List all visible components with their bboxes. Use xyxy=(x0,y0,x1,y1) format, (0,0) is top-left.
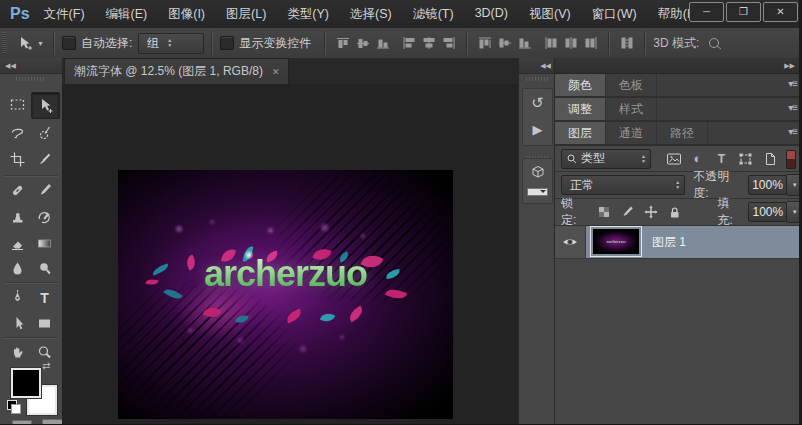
dodge-tool[interactable] xyxy=(31,256,58,281)
type-tool[interactable]: T xyxy=(31,285,58,310)
panel-menu-icon[interactable]: ▾≡ xyxy=(788,79,797,89)
menu-file[interactable]: 文件(F) xyxy=(44,6,85,23)
show-transform-label: 显示变换控件 xyxy=(239,35,311,52)
layer-visibility-cell[interactable] xyxy=(555,226,586,258)
menu-type[interactable]: 类型(Y) xyxy=(287,6,329,23)
tab-color[interactable]: 颜色 xyxy=(555,74,606,96)
distribute-right-edges-icon[interactable] xyxy=(581,33,601,53)
filter-shape-layers-icon[interactable] xyxy=(735,149,756,168)
default-colors-icon[interactable] xyxy=(7,400,20,413)
swap-colors-icon[interactable]: ⇄ xyxy=(42,360,50,371)
close-document-icon[interactable]: ✕ xyxy=(272,67,280,77)
menu-select[interactable]: 选择(S) xyxy=(350,6,392,23)
crop-tool[interactable] xyxy=(4,147,31,172)
3d-panel-dropdown[interactable] xyxy=(527,188,548,196)
menu-layer[interactable]: 图层(L) xyxy=(226,6,266,23)
document-tab[interactable]: 潮流字体 @ 12.5% (图层 1, RGB/8) ✕ xyxy=(64,58,289,84)
dock-grip[interactable] xyxy=(526,77,548,81)
panel-menu-icon[interactable]: ▾≡ xyxy=(788,103,797,113)
collapse-tools-icon[interactable]: ◀◀ xyxy=(0,58,62,74)
tab-channels[interactable]: 通道 xyxy=(606,122,657,144)
collapse-dock-icon[interactable]: ▶▶ xyxy=(555,58,802,74)
preset-dropdown-arrow-icon[interactable]: ▼ xyxy=(37,40,44,47)
lock-transparent-pixels-icon[interactable] xyxy=(594,203,614,222)
filter-pixel-layers-icon[interactable] xyxy=(663,149,684,168)
close-button[interactable]: ✕ xyxy=(763,2,798,22)
artwork-logo-text: archerzuo xyxy=(204,253,367,295)
menu-edit[interactable]: 编辑(E) xyxy=(106,6,148,23)
quick-selection-tool[interactable] xyxy=(31,120,58,145)
expand-dock-icon[interactable]: ◀◀ xyxy=(519,58,555,74)
3d-panel-icon[interactable] xyxy=(523,159,552,186)
brush-tool[interactable] xyxy=(31,178,58,203)
tools-grip[interactable] xyxy=(16,77,46,81)
menu-window[interactable]: 窗口(W) xyxy=(592,6,637,23)
align-vertical-centers-icon[interactable] xyxy=(353,33,373,53)
align-top-edges-icon[interactable] xyxy=(333,33,353,53)
history-panel-icon[interactable]: ↺ xyxy=(523,89,552,116)
tab-paths[interactable]: 路径 xyxy=(657,122,708,144)
actions-panel-icon[interactable]: ▶ xyxy=(523,116,552,143)
layer-filter-type-dropdown[interactable]: 类型 ▲▼ xyxy=(561,149,651,169)
clone-stamp-tool[interactable] xyxy=(4,205,31,230)
artwork-image[interactable]: archerzuo xyxy=(118,170,453,419)
rectangle-shape-tool[interactable] xyxy=(31,311,58,336)
lock-all-icon[interactable] xyxy=(664,203,684,222)
tab-adjustments[interactable]: 调整 xyxy=(555,98,606,120)
filter-type-layers-icon[interactable]: T xyxy=(711,149,732,168)
lock-image-pixels-icon[interactable] xyxy=(617,203,637,222)
filter-adjustment-layers-icon[interactable]: ◐ xyxy=(687,149,708,168)
align-right-edges-icon[interactable] xyxy=(439,33,459,53)
distribute-top-edges-icon[interactable] xyxy=(475,33,495,53)
lock-position-icon[interactable] xyxy=(641,203,661,222)
blend-mode-dropdown[interactable]: 正常 ▲▼ xyxy=(561,175,685,195)
tab-styles[interactable]: 样式 xyxy=(606,98,657,120)
menu-view[interactable]: 视图(V) xyxy=(529,6,571,23)
panel-menu-icon[interactable]: ▾≡ xyxy=(788,127,797,137)
options-bar-grip[interactable] xyxy=(2,32,7,54)
hand-tool[interactable] xyxy=(4,340,31,365)
menu-3d[interactable]: 3D(D) xyxy=(475,6,508,23)
distribute-bottom-edges-icon[interactable] xyxy=(515,33,535,53)
align-bottom-edges-icon[interactable] xyxy=(373,33,393,53)
layer-filtering-toggle[interactable] xyxy=(786,150,796,169)
align-left-edges-icon[interactable] xyxy=(399,33,419,53)
spinner-icon: ▲▼ xyxy=(675,180,680,190)
eyedropper-tool[interactable] xyxy=(31,147,58,172)
lasso-tool[interactable] xyxy=(4,120,31,145)
layer-thumbnail[interactable]: archerzuo xyxy=(593,229,639,254)
distribute-horizontal-centers-icon[interactable] xyxy=(561,33,581,53)
align-horizontal-centers-icon[interactable] xyxy=(419,33,439,53)
foreground-color-swatch[interactable] xyxy=(11,368,41,398)
tab-layers[interactable]: 图层 xyxy=(555,122,606,144)
menu-filter[interactable]: 滤镜(T) xyxy=(413,6,454,23)
layer-row-selected[interactable]: archerzuo 图层 1 xyxy=(555,226,802,259)
opacity-value-field[interactable]: 100% xyxy=(748,175,787,195)
distribute-vertical-centers-icon[interactable] xyxy=(495,33,515,53)
tool-options-bar: ▼ 自动选择: 组 ▲▼ 显示变换控件 3D 模式: xyxy=(0,28,802,59)
pen-tool[interactable] xyxy=(4,285,31,310)
move-tool-preset-icon[interactable] xyxy=(15,33,35,53)
auto-select-checkbox[interactable] xyxy=(62,36,76,50)
filter-smart-objects-icon[interactable] xyxy=(759,149,780,168)
distribute-spacing-icon[interactable] xyxy=(617,33,637,53)
gradient-tool[interactable] xyxy=(31,231,58,256)
eraser-tool[interactable] xyxy=(4,231,31,256)
blur-tool[interactable] xyxy=(4,256,31,281)
path-selection-tool[interactable] xyxy=(4,311,31,336)
menu-image[interactable]: 图像(I) xyxy=(168,6,205,23)
maximize-button[interactable]: ❐ xyxy=(726,2,761,22)
fill-value-field[interactable]: 100% xyxy=(748,202,787,222)
minimize-button[interactable]: ─ xyxy=(689,2,724,22)
history-brush-tool[interactable] xyxy=(31,205,58,230)
distribute-left-edges-icon[interactable] xyxy=(541,33,561,53)
auto-select-target-dropdown[interactable]: 组 ▲▼ xyxy=(138,33,204,54)
layer-name[interactable]: 图层 1 xyxy=(652,226,686,258)
move-tool[interactable] xyxy=(31,92,60,119)
rectangular-marquee-tool[interactable] xyxy=(4,92,31,117)
3d-mode-icon[interactable] xyxy=(705,33,725,53)
tab-swatches[interactable]: 色板 xyxy=(606,74,657,96)
show-transform-checkbox[interactable] xyxy=(220,36,234,50)
canvas-area[interactable]: archerzuo xyxy=(62,84,518,425)
healing-brush-tool[interactable] xyxy=(4,178,31,203)
